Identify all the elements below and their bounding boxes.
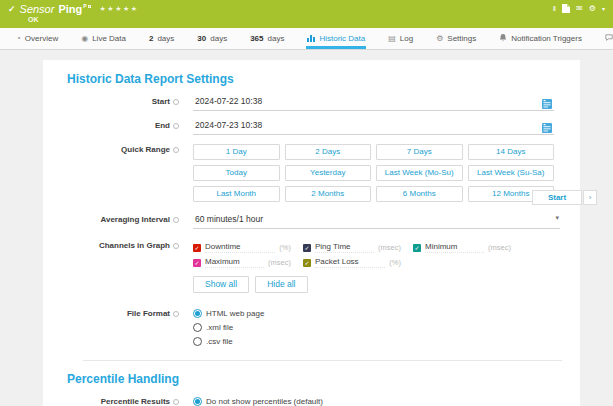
- channel-minimum: ✓ Minimum (msec): [413, 242, 511, 253]
- start-date-input[interactable]: 2024-07-22 10:38: [193, 96, 554, 111]
- sensor-status-header: ✓ Sensor PingP ★★★★★ OK ‖ ✉ ⚙ ▾: [0, 0, 613, 28]
- percentile-options: Do not show percentiles (default) Show p…: [193, 396, 554, 406]
- tab-bar: ◔ Overview ◉ Live Data 2days 30days 365d…: [0, 28, 613, 50]
- email-icon[interactable]: ✉: [576, 5, 583, 13]
- channel-checkbox[interactable]: ✓: [303, 244, 311, 252]
- section-title-percentile: Percentile Handling: [67, 372, 554, 386]
- channel-packet-loss: ✓ Packet Loss (%): [303, 257, 401, 268]
- live-data-icon: ◉: [81, 35, 88, 43]
- info-icon[interactable]: [173, 123, 179, 129]
- channel-list: ✓ Downtime (%) ✓ Ping Time (msec) ✓ Mini…: [193, 242, 511, 268]
- chevron-down-icon[interactable]: ▾: [602, 5, 605, 13]
- status-check-icon: ✓: [8, 4, 16, 14]
- info-icon[interactable]: [173, 217, 179, 223]
- tab-live-data[interactable]: ◉ Live Data: [80, 28, 127, 49]
- file-format-options: HTML web page .xml file .csv file: [193, 308, 554, 346]
- priority-stars[interactable]: ★★★★★: [100, 5, 139, 13]
- quick-range-button[interactable]: Last Week (Mo-Su): [376, 165, 463, 181]
- start-row: Start 2024-07-22 10:38: [67, 96, 554, 111]
- quick-range-label: Quick Range: [121, 145, 170, 154]
- tab-2-days[interactable]: 2days: [148, 28, 175, 49]
- file-format-label: File Format: [127, 309, 170, 318]
- report-file-icon[interactable]: [562, 4, 570, 13]
- tab-log[interactable]: ▤ Log: [387, 28, 414, 49]
- tab-settings[interactable]: ⚙ Settings: [435, 28, 477, 49]
- quick-range-row: Quick Range 1 Day 2 Days 7 Days 14 Days …: [67, 144, 554, 202]
- quick-range-button[interactable]: 7 Days: [376, 144, 463, 160]
- channel-checkbox[interactable]: ✓: [193, 244, 201, 252]
- section-divider: [83, 360, 562, 361]
- hide-all-button[interactable]: Hide all: [255, 276, 307, 293]
- channel-checkbox[interactable]: ✓: [303, 259, 311, 267]
- info-icon[interactable]: [173, 243, 179, 249]
- tab-365-days[interactable]: 365days: [249, 28, 285, 49]
- channel-ping-time: ✓ Ping Time (msec): [303, 242, 401, 253]
- start-label: Start: [152, 97, 170, 106]
- quick-range-button[interactable]: Today: [193, 165, 280, 181]
- calendar-icon[interactable]: [542, 95, 552, 113]
- main-content: Historic Data Report Settings Start 2024…: [0, 50, 613, 406]
- end-row: End 2024-07-23 10:38: [67, 120, 554, 135]
- section-title-report-settings: Historic Data Report Settings: [67, 72, 554, 86]
- info-icon[interactable]: [173, 147, 179, 153]
- show-all-button[interactable]: Show all: [193, 276, 249, 293]
- radio-selected-icon[interactable]: [193, 309, 202, 318]
- comment-bubble-icon: [605, 34, 613, 44]
- file-format-option-html[interactable]: HTML web page: [193, 309, 554, 318]
- averaging-interval-select[interactable]: 60 minutes/1 hour: [193, 214, 560, 229]
- tab-historic-data[interactable]: Historic Data: [306, 28, 366, 49]
- end-date-input[interactable]: 2024-07-23 10:38: [193, 120, 554, 135]
- channel-downtime: ✓ Downtime (%): [193, 242, 291, 253]
- quick-range-button[interactable]: 1 Day: [193, 144, 280, 160]
- info-icon[interactable]: [173, 399, 179, 405]
- file-format-option-csv[interactable]: .csv file: [193, 337, 554, 346]
- pause-icon[interactable]: ‖: [553, 5, 556, 13]
- quick-range-button[interactable]: 14 Days: [468, 144, 555, 160]
- radio-icon[interactable]: [193, 323, 202, 332]
- channels-label: Channels in Graph: [99, 241, 170, 250]
- priority-flag-icon: [88, 5, 91, 8]
- quick-range-button[interactable]: Last Week (Su-Sa): [468, 165, 555, 181]
- status-badge: OK: [8, 16, 603, 23]
- averaging-interval-label: Averaging Interval: [100, 215, 170, 224]
- tab-notification-triggers[interactable]: Notification Triggers: [498, 28, 583, 49]
- tab-30-days[interactable]: 30days: [196, 28, 228, 49]
- sensor-name: PingP: [58, 3, 90, 15]
- quick-range-button[interactable]: 2 Months: [285, 186, 372, 202]
- quick-range-button[interactable]: 2 Days: [285, 144, 372, 160]
- chevron-right-icon[interactable]: ›: [583, 190, 597, 205]
- end-label: End: [155, 121, 170, 130]
- radio-icon[interactable]: [193, 337, 202, 346]
- settings-gear-icon: ⚙: [436, 35, 443, 43]
- bell-icon: [499, 34, 507, 44]
- channels-row: Channels in Graph ✓ Downtime (%) ✓ Ping …: [67, 240, 554, 293]
- quick-range-button[interactable]: Last Month: [193, 186, 280, 202]
- overview-icon: ◔: [16, 35, 21, 43]
- radio-selected-icon[interactable]: [193, 397, 202, 406]
- select-caret-icon: ▾: [555, 214, 559, 222]
- tab-overview[interactable]: ◔ Overview: [15, 28, 59, 49]
- file-format-option-xml[interactable]: .xml file: [193, 323, 554, 332]
- calendar-icon[interactable]: [542, 119, 552, 137]
- historic-data-chart-icon: [307, 34, 315, 44]
- quick-range-button[interactable]: 6 Months: [376, 186, 463, 202]
- channel-checkbox[interactable]: ✓: [193, 259, 201, 267]
- info-icon[interactable]: [173, 311, 179, 317]
- quick-range-button[interactable]: Yesterday: [285, 165, 372, 181]
- averaging-interval-row: Averaging Interval 60 minutes/1 hour ▾: [67, 214, 554, 229]
- start-report-button[interactable]: Start: [532, 190, 582, 205]
- channel-checkbox[interactable]: ✓: [413, 244, 421, 252]
- channel-maximum: ✓ Maximum (msec): [193, 257, 291, 268]
- info-icon[interactable]: [173, 99, 179, 105]
- percentile-results-row: Percentile Results Do not show percentil…: [67, 396, 554, 406]
- percentile-option-none[interactable]: Do not show percentiles (default): [193, 397, 554, 406]
- gear-icon[interactable]: ⚙: [589, 5, 596, 13]
- sensor-type-label: Sensor: [20, 3, 55, 15]
- file-format-row: File Format HTML web page .xml file .c: [67, 308, 554, 346]
- quick-range-buttons: 1 Day 2 Days 7 Days 14 Days Today Yester…: [193, 144, 554, 202]
- sensor-superscript: P: [83, 3, 86, 9]
- percentile-results-label: Percentile Results: [101, 397, 170, 406]
- tab-comments[interactable]: Comments: [604, 28, 613, 49]
- run-report-action-bar: Start ›: [532, 190, 597, 205]
- log-icon: ▤: [388, 35, 396, 43]
